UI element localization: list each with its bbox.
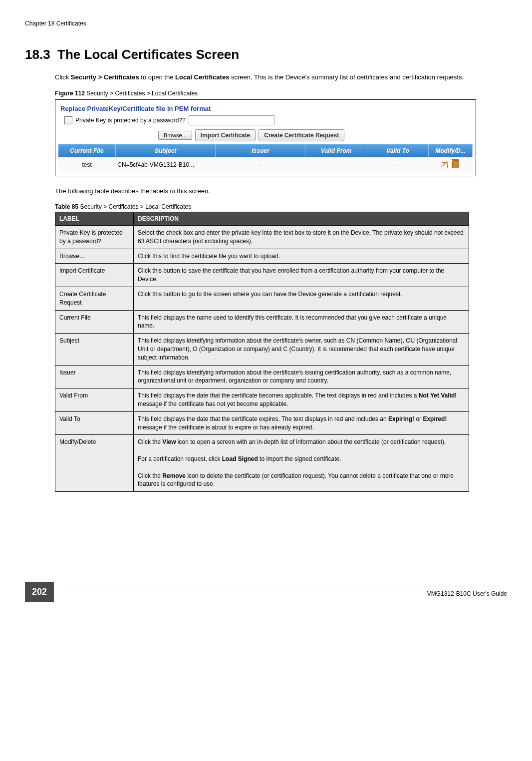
desc-cell: This field displays the date that the ce… [134,411,469,435]
section-number: 18.3 [25,47,50,62]
table-row: Browse...Click this to find the certific… [55,249,469,264]
label-cell: Valid From [55,388,134,412]
intro-paragraph-2: The following table describes the labels… [55,186,507,196]
label-cell: Private Key is protected by a password? [55,226,134,249]
private-key-input[interactable] [189,115,274,125]
text: icon to open a screen with an in-depth l… [176,438,446,445]
cell-subject: CN=5cf4ab-VMG1312-B10... [115,157,216,173]
col-modify: Modify/D... [429,144,473,157]
table-row: Valid To This field displays the date th… [55,411,469,435]
col-valid-from: Valid From [305,144,367,157]
delete-icon[interactable] [452,160,459,168]
import-certificate-button[interactable]: Import Certificate [195,129,256,141]
text: Click the [138,438,162,445]
description-table: LABEL DESCRIPTION Private Key is protect… [55,212,469,492]
table-row: IssuerThis field displays identifying in… [55,365,469,388]
table-row: test CN=5cf4ab-VMG1312-B10... - - - [58,157,473,173]
table-row: Current FileThis field displays the name… [55,310,469,334]
table-header-row: Current File Subject Issuer Valid From V… [58,144,473,157]
cell-actions [429,157,473,173]
action-name: Remove [162,472,186,479]
desc-cell: This field displays identifying informat… [134,334,469,365]
section-title-text: The Local Certificates Screen [57,47,239,62]
cell-valid-from: - [305,157,367,173]
table-row: Create Certificate RequestClick this but… [55,287,469,310]
certificates-table: Current File Subject Issuer Valid From V… [58,144,473,173]
figure-number: Figure 112 [55,90,85,97]
action-name: Load Signed [222,455,258,462]
create-certificate-request-button[interactable]: Create Certificate Request [259,129,344,141]
screenshot-container: Replace PrivateKey/Certificate file in P… [55,99,476,176]
text: This field displays the date that the ce… [138,392,419,399]
table-row: Private Key is protected by a password?S… [55,226,469,249]
checkbox-row: Private Key is protected by a password?? [64,115,473,125]
desc-cell: Select the check box and enter the priva… [134,226,469,249]
text: screen. This is the Device's summary lis… [229,73,464,81]
private-key-checkbox[interactable] [64,116,72,124]
col-issuer: Issuer [216,144,305,157]
chapter-header: Chapter 18 Certificates [25,20,507,27]
text: to import the signed certificate. [258,455,341,462]
desc-cell: This field displays the date that the ce… [134,388,469,412]
label-cell: Current File [55,310,134,334]
table-row: Valid From This field displays the date … [55,388,469,412]
header-label: LABEL [55,212,134,226]
page-footer: 202 VMG1312-B10C User's Guide [25,582,507,602]
table-caption: Table 85 Security > Certificates > Local… [55,203,507,210]
text: to open the [139,73,175,81]
table-row: SubjectThis field displays identifying i… [55,334,469,365]
desc-cell: This field displays identifying informat… [134,365,469,388]
desc-cell: Click this to find the certificate file … [134,249,469,264]
text: Click [55,73,71,81]
screen-name: Local Certificates [175,73,229,81]
text: message if the certificate is about to e… [138,424,314,431]
text: message if the certificate has not yet b… [138,400,288,407]
desc-cell: This field displays the name used to ide… [134,310,469,334]
figure-caption: Figure 112 Security > Certificates > Loc… [55,90,507,97]
status-text: Expiring! [388,415,414,422]
section-heading: 18.3 The Local Certificates Screen [25,47,507,62]
nav-path: Security > Certificates [71,73,139,81]
label-cell: Modify/Delete [55,435,134,492]
action-name: View [162,438,176,445]
cell-issuer: - [216,157,305,173]
label-cell: Create Certificate Request [55,287,134,310]
browse-button[interactable]: Browse... [158,131,192,140]
col-subject: Subject [115,144,216,157]
desc-cell: Click this button to save the certificat… [134,264,469,287]
label-cell: Valid To [55,411,134,435]
text: Click the [138,472,162,479]
page-number: 202 [25,582,54,602]
table-number: Table 85 [55,203,78,210]
status-text: Not Yet Valid! [419,392,457,399]
cell-file: test [58,157,115,173]
text: or [414,415,423,422]
footer-guide-title: VMG1312-B10C User's Guide [64,587,507,597]
table-row: Modify/Delete Click the View icon to ope… [55,435,469,492]
header-description: DESCRIPTION [134,212,469,226]
text: This field displays the date that the ce… [138,415,388,422]
cell-valid-to: - [367,157,428,173]
table-row: Import CertificateClick this button to s… [55,264,469,287]
label-cell: Subject [55,334,134,365]
figure-title: Security > Certificates > Local Certific… [85,90,198,97]
button-row: Browse... Import Certificate Create Cert… [158,129,473,141]
screenshot-title: Replace PrivateKey/Certificate file in P… [60,105,473,112]
checkbox-label: Private Key is protected by a password?? [75,117,186,124]
label-cell: Issuer [55,365,134,388]
status-text: Expired! [423,415,447,422]
label-cell: Import Certificate [55,264,134,287]
col-valid-to: Valid To [367,144,428,157]
col-current-file: Current File [58,144,115,157]
desc-cell: Click the View icon to open a screen wit… [134,435,469,492]
table-title: Security > Certificates > Local Certific… [78,203,191,210]
text: For a certification request, click [138,455,222,462]
desc-header-row: LABEL DESCRIPTION [55,212,469,226]
edit-icon[interactable] [442,161,449,168]
intro-paragraph-1: Click Security > Certificates to open th… [55,72,507,82]
label-cell: Browse... [55,249,134,264]
desc-cell: Click this button to go to the screen wh… [134,287,469,310]
